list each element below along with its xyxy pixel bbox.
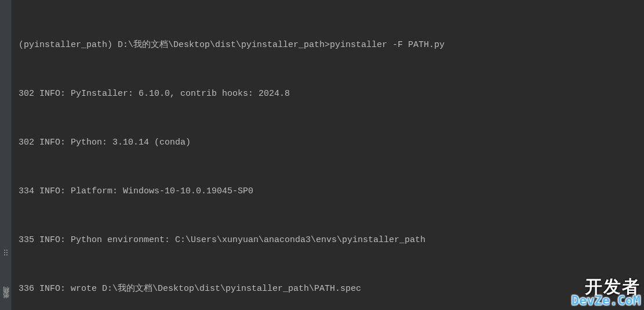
side-gutter[interactable]: 书签 结构 xyxy=(0,0,12,310)
terminal-output[interactable]: (pyinstaller_path) D:\我的文档\Desktop\dist\… xyxy=(12,0,644,310)
app-root: 书签 结构 (pyinstaller_path) D:\我的文档\Desktop… xyxy=(0,0,644,310)
terminal-line: (pyinstaller_path) D:\我的文档\Desktop\dist\… xyxy=(19,37,637,53)
terminal-line: 302 INFO: PyInstaller: 6.10.0, contrib h… xyxy=(19,86,637,102)
terminal-line: 336 INFO: wrote D:\我的文档\Desktop\dist\pyi… xyxy=(19,281,637,297)
terminal-line: 335 INFO: Python environment: C:\Users\x… xyxy=(19,232,637,248)
terminal-line: 334 INFO: Platform: Windows-10-10.0.1904… xyxy=(19,183,637,200)
gutter-label[interactable]: 书签 结构 xyxy=(1,297,10,304)
terminal-line: 302 INFO: Python: 3.10.14 (conda) xyxy=(19,135,637,151)
drag-handle-icon[interactable] xyxy=(4,250,8,258)
